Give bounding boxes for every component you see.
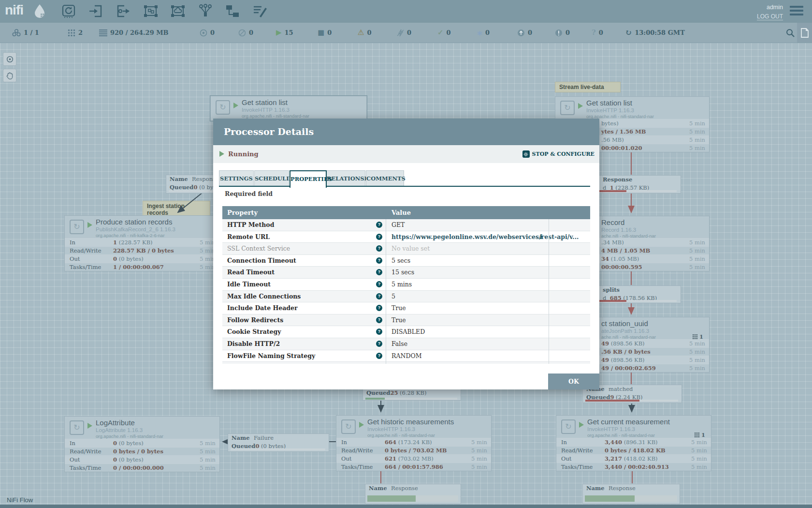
required-field-note: Required field [225,190,273,197]
nifi-drop-icon [34,4,45,18]
processor-icon: ↻ [70,220,84,234]
processor-get-station-list-center[interactable]: ↻ Get station list InvokeHTTP 1.16.3 org… [210,96,367,121]
cluster-badge: 1 [695,432,705,438]
property-row-flowfile-naming-strategy[interactable]: FlowFile Naming Strategy?RANDOM [222,350,590,362]
property-row-max-idle-connections[interactable]: Max Idle Connections?5 [222,291,590,303]
processor-get-historic-measurements[interactable]: ↻ Get historic measurements InvokeHTTP 1… [336,415,492,471]
help-icon: ? [376,317,382,323]
stop-and-configure-button[interactable]: STOP & CONFIGURE [522,145,594,163]
running-icon [579,422,584,428]
help-icon: ? [376,245,382,252]
tab-scheduling[interactable]: SCHEDULING [254,170,289,187]
help-icon: ? [376,234,382,240]
column-divider [549,219,549,364]
stopped-icon: ■ [318,29,324,36]
pan-tool-button[interactable] [3,69,16,82]
connection-label-response-mid[interactable]: Response d 1 (228.57 KB) [599,175,681,194]
logout-link[interactable]: LOG OUT [757,13,783,20]
property-row-remote-url[interactable]: Remote URL?https://www.pegelonline.wsv.d… [222,231,590,243]
property-row-http-method[interactable]: HTTP Method?GET [222,219,590,231]
processor-icon: ↻ [560,101,575,115]
bulletin-board-button[interactable] [797,23,812,43]
bottom-strip [0,505,812,508]
running-icon [359,422,364,428]
fit-view-button[interactable] [3,52,16,66]
connection-label-failure[interactable]: NameFailure Queued0 (0 bytes) [228,433,329,452]
tab-settings[interactable]: SETTINGS [219,170,254,187]
property-row-idle-timeout[interactable]: Idle Timeout?5 mins [222,279,590,291]
help-icon: ? [376,293,382,299]
connection-label-splits[interactable]: splits d 685 (178.56 KB) [599,285,681,303]
stale-icon [517,29,525,37]
status-not-transmitting: 0 [238,23,253,43]
help-icon: ? [376,329,382,335]
property-row-connection-timeout[interactable]: Connection Timeout?5 secs [222,255,590,267]
status-nodes: 2 [68,23,83,43]
tab-properties[interactable]: PROPERTIES [290,170,327,188]
search-icon[interactable] [786,29,795,37]
status-refresh[interactable]: ↻ 13:00:58 GMT [625,23,685,43]
status-stopped: ■ 0 [318,23,332,43]
output-port-icon[interactable] [116,4,130,18]
table-header: Property Value [222,206,590,219]
gear-icon [522,150,530,158]
property-row-attributes-to-send[interactable]: Attributes to Send?No value set [222,362,590,364]
processor-icon: ↻ [216,100,230,115]
help-icon: ? [376,269,382,275]
flow-status-bar: 1 / 1 2 920 / 264.29 MB 0 0 ▶ 15 ■ 0 ⚠ 0… [0,23,812,43]
processor-log-attribute[interactable]: ↻ LogAttribute LogAttribute 1.16.3 org.a… [64,416,220,472]
tab-underline [219,186,590,187]
funnel-icon[interactable] [198,4,213,18]
help-icon: ? [376,281,382,287]
refresh-icon[interactable]: ↻ [625,29,632,37]
help-icon: ? [376,341,382,347]
connection-label-response-bottom-right[interactable]: NameResponse [582,484,680,504]
breadcrumb[interactable]: NiFi Flow [7,496,33,504]
template-icon[interactable] [225,4,240,18]
global-menu-icon[interactable] [790,6,803,17]
status-sync-failure: ? 0 [592,23,603,43]
locally-modified-stale-icon [555,29,563,37]
processor-produce-station-records[interactable]: ↻ Produce station records PublishKafkaRe… [64,215,220,271]
nifi-logo: nifi [5,2,23,18]
connection-label-queued-25[interactable]: Queued25 (6.28 KB) [362,388,461,401]
label-icon[interactable] [253,4,267,18]
status-stale: 0 [517,23,532,43]
processor-get-current-measurement[interactable]: ↻ Get current measurement InvokeHTTP 1.1… [556,415,711,471]
cluster-grid-icon [693,334,697,339]
help-icon: ? [376,305,382,311]
property-row-read-timeout[interactable]: Read Timeout?15 secs [222,267,590,279]
process-group-icon[interactable] [144,4,158,18]
tab-relationships[interactable]: RELATIONSHIPS [326,170,365,187]
transmitting-icon [200,29,207,37]
document-icon [801,28,809,38]
dialog-header: Processor Details [213,119,599,145]
cluster-icon [12,29,21,37]
help-icon: ? [376,353,382,359]
up-to-date-icon: ✓ [437,29,444,36]
input-port-icon[interactable] [88,4,103,18]
remote-process-group-icon[interactable] [171,4,185,18]
status-locally-modified-stale: 0 [555,23,570,43]
nifi-app: nifi [0,0,812,508]
connection-label-response-bottom-center[interactable]: NameResponse [365,484,461,504]
tab-comments[interactable]: COMMENTS [366,170,404,187]
target-icon [6,56,14,63]
ok-button[interactable]: OK [548,374,599,389]
invalid-icon: ⚠ [358,29,364,36]
running-icon: ▶ [276,29,282,36]
help-icon: ? [376,257,382,264]
status-disabled: 0 [397,23,411,43]
property-row-ssl-context-service[interactable]: SSL Context Service?No value set [222,243,590,255]
new-processor-icon[interactable] [61,4,76,18]
property-row-disable-http2[interactable]: Disable HTTP/2?False [222,338,590,350]
property-row-follow-redirects[interactable]: Follow Redirects?True [222,314,590,327]
property-row-include-date-header[interactable]: Include Date Header?True [222,302,590,314]
user-block: admin LOG OUT [757,4,783,20]
processor-icon: ↻ [70,420,84,435]
canvas-label-stream-live-data[interactable]: Stream live-data [555,82,621,92]
info-icon[interactable]: i [539,231,542,243]
property-row-cookie-strategy[interactable]: Cookie Strategy?DISABLED [222,326,590,338]
dialog-title: Processor Details [224,119,314,145]
processor-icon: ↻ [561,419,576,434]
